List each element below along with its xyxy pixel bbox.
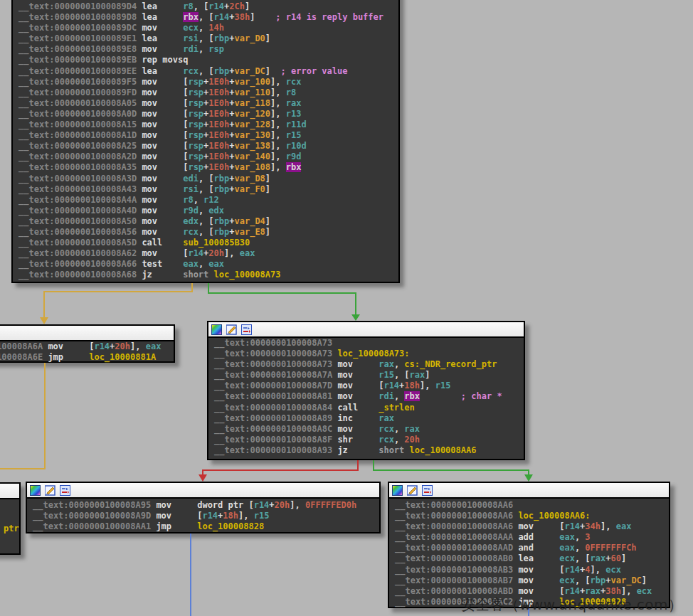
asm-line[interactable]: __text:0000000100008A93 jz short loc_100… xyxy=(214,445,524,456)
asm-line[interactable]: __text:0000000100008A81 mov rdi, rbx ; c… xyxy=(214,391,524,402)
asm-line[interactable]: __text:0000000100008A56 mov rcx, [rbp+va… xyxy=(18,227,398,238)
node-color-palette-icon[interactable] xyxy=(30,485,41,496)
asm-line[interactable]: __text:0000000100008A2D mov [rsp+1E0h+va… xyxy=(18,152,398,162)
asm-line[interactable]: __text:0000000100008A43 mov rsi, [rbp+va… xyxy=(18,184,398,195)
edge-fallthrough-to-8A95 xyxy=(203,460,358,476)
group-nodes-icon[interactable] xyxy=(422,485,433,496)
basic-block-8A6A[interactable]: __text:0000000100008A6A mov [r14+20h], e… xyxy=(0,324,175,363)
asm-line[interactable]: __text:0000000100008A68 jz short loc_100… xyxy=(18,270,398,280)
block-titlebar[interactable] xyxy=(208,322,524,338)
asm-line[interactable]: __text:0000000100008A73 mov rax, cs:_NDR… xyxy=(214,359,524,370)
basic-block-89D4[interactable]: __text:00000001000089D4 lea r8, [r14+2Ch… xyxy=(11,0,400,283)
block-titlebar[interactable] xyxy=(389,483,669,499)
node-color-palette-icon[interactable] xyxy=(392,485,403,496)
block-titlebar[interactable] xyxy=(0,326,174,341)
asm-line[interactable]: __text:0000000100008A5D call sub_100085B… xyxy=(18,238,398,248)
edge-arrowhead xyxy=(40,317,48,324)
asm-line[interactable]: __text:0000000100008A15 mov [rsp+1E0h+va… xyxy=(18,120,398,130)
asm-line[interactable]: __text:0000000100008AA1 jmp loc_10000882… xyxy=(33,521,379,532)
asm-line[interactable]: __text:0000000100008A8F shr rcx, 20h xyxy=(214,435,524,445)
asm-line[interactable]: __text:00000001000089F5 mov [rsp+1E0h+va… xyxy=(18,77,398,87)
basic-block-8A95[interactable]: __text:0000000100008A95 mov dword ptr [r… xyxy=(26,482,381,533)
asm-line[interactable]: __text:0000000100008AAD and eax, 0FFFFFF… xyxy=(395,543,669,553)
block-code: __text:0000000100008A95 mov dword ptr [r… xyxy=(27,499,379,532)
edge-fallthrough-to-8A6A xyxy=(44,283,192,318)
basic-block-8AA6[interactable]: __text:0000000100008AA6__text:0000000100… xyxy=(388,482,670,608)
asm-line[interactable]: __text:0000000100008AAA add eax, 3 xyxy=(395,532,669,543)
asm-line[interactable]: __text:00000001000089EE lea rcx, [rbp+va… xyxy=(18,66,398,77)
asm-line[interactable]: __text:00000001000089EB rep movsq xyxy=(18,55,398,65)
asm-line[interactable]: __text:0000000100008A25 mov [rsp+1E0h+va… xyxy=(18,141,398,152)
asm-line[interactable]: __text:0000000100008A7A mov r15, [rax] xyxy=(214,370,524,381)
group-nodes-icon[interactable] xyxy=(241,324,252,335)
block-code: __text:0000000100008A73__text:0000000100… xyxy=(208,338,524,456)
asm-line[interactable]: __text:00000001000089E1 lea rsi, [rbp+va… xyxy=(18,33,398,44)
edge-arrowhead xyxy=(524,474,533,482)
asm-line[interactable]: __text:00000001000089E8 mov rdi, rsp xyxy=(18,44,398,55)
asm-line[interactable]: ptr xyxy=(4,524,19,534)
node-color-palette-icon[interactable] xyxy=(211,324,222,335)
asm-line[interactable]: __text:00000001000089FD mov [rsp+1E0h+va… xyxy=(18,87,398,98)
asm-line[interactable]: __text:0000000100008AB3 mov [r14+4], ecx xyxy=(395,565,669,575)
asm-line[interactable]: __text:0000000100008A73 loc_100008A73: xyxy=(214,349,524,359)
asm-line[interactable]: __text:0000000100008A6E jmp loc_10000881… xyxy=(0,352,174,363)
basic-block-8A73[interactable]: __text:0000000100008A73__text:0000000100… xyxy=(207,321,525,460)
asm-line[interactable]: __text:0000000100008A66 test eax, eax xyxy=(18,259,398,270)
block-code: __text:0000000100008A6A mov [r14+20h], e… xyxy=(0,341,174,363)
edit-pencil-icon[interactable] xyxy=(45,485,55,496)
asm-line[interactable]: __text:0000000100008AA6 mov [r14+34h], e… xyxy=(395,521,669,532)
edge-arrowhead xyxy=(351,314,360,321)
asm-line[interactable]: __text:0000000100008A9D mov [r14+18h], r… xyxy=(33,511,379,521)
asm-line[interactable]: __text:0000000100008A35 mov [rsp+1E0h+va… xyxy=(18,162,398,173)
asm-line[interactable]: __text:0000000100008A4D mov r9d, edx xyxy=(18,206,398,216)
asm-line[interactable]: __text:0000000100008A89 inc rax xyxy=(214,413,524,424)
edge-jump-to-8A73 xyxy=(208,283,356,315)
asm-line[interactable]: __text:0000000100008AB0 lea ecx, [rax+60… xyxy=(395,553,669,564)
asm-line[interactable]: __text:0000000100008A8C mov rcx, rax xyxy=(214,424,524,435)
block-code: ptr xyxy=(0,499,19,534)
block-titlebar[interactable] xyxy=(0,484,19,499)
asm-line[interactable]: __text:0000000100008A1D mov [rsp+1E0h+va… xyxy=(18,130,398,141)
asm-line[interactable]: __text:00000001000089D8 lea rbx, [r14+38… xyxy=(18,12,398,23)
edge-jump-from-8A6A-offscreen xyxy=(0,363,45,469)
asm-line[interactable]: __text:0000000100008A7D mov [r14+18h], r… xyxy=(214,381,524,391)
group-nodes-icon[interactable] xyxy=(60,485,70,496)
edge-jump-to-8AA6 xyxy=(374,460,529,476)
block-code: __text:0000000100008AA6__text:0000000100… xyxy=(389,499,669,607)
asm-line[interactable]: __text:00000001000089D4 lea r8, [r14+2Ch… xyxy=(18,1,398,12)
edit-pencil-icon[interactable] xyxy=(226,324,237,335)
asm-line[interactable]: __text:0000000100008A84 call _strlen xyxy=(214,403,524,413)
asm-line[interactable]: __text:0000000100008A62 mov [r14+20h], e… xyxy=(18,248,398,259)
edit-pencil-icon[interactable] xyxy=(407,485,418,496)
block-code: __text:00000001000089D4 lea r8, [r14+2Ch… xyxy=(13,0,398,280)
edge-arrowhead xyxy=(199,474,207,482)
asm-line[interactable]: __text:0000000100008AA6 xyxy=(395,500,669,511)
anquanke-watermark: 安全客（www.anquanke.com） xyxy=(461,595,683,615)
asm-line[interactable]: __text:0000000100008A95 mov dword ptr [r… xyxy=(33,500,379,511)
asm-line[interactable]: __text:0000000100008A3D mov edi, [rbp+va… xyxy=(18,174,398,184)
ida-graph-view: __text:00000001000089D4 lea r8, [r14+2Ch… xyxy=(0,0,693,616)
asm-line[interactable]: __text:0000000100008AB7 mov ecx, [rbp+va… xyxy=(395,575,669,586)
basic-block-partial-left[interactable]: ptr xyxy=(0,482,21,555)
asm-line[interactable]: __text:0000000100008A0D mov [rsp+1E0h+va… xyxy=(18,109,398,120)
asm-line[interactable]: __text:0000000100008A73 xyxy=(214,338,524,349)
asm-line[interactable]: __text:0000000100008AA6 loc_100008AA6: xyxy=(395,511,669,521)
asm-line[interactable]: __text:0000000100008A6A mov [r14+20h], e… xyxy=(0,341,174,352)
asm-line[interactable]: __text:0000000100008A05 mov [rsp+1E0h+va… xyxy=(18,98,398,109)
asm-line[interactable]: __text:0000000100008A50 mov edx, [rbp+va… xyxy=(18,216,398,227)
asm-line[interactable]: __text:00000001000089DC mov ecx, 14h xyxy=(18,23,398,33)
block-titlebar[interactable] xyxy=(27,483,379,499)
asm-line[interactable]: __text:0000000100008A4A mov r8, r12 xyxy=(18,195,398,206)
